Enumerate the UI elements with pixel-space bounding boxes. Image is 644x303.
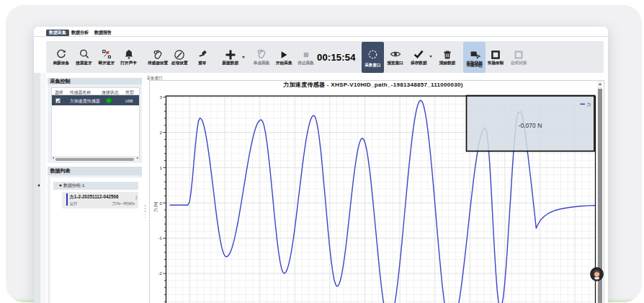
svg-text:力加速度传感器 - XHSP-V10HID_path_-19: 力加速度传感器 - XHSP-V10HID_path_-1981348857_1… xyxy=(282,81,463,88)
svg-text:2: 2 xyxy=(160,130,163,135)
svg-text:3: 3 xyxy=(160,95,163,100)
svg-text:-2: -2 xyxy=(158,271,162,276)
svg-text:-1: -1 xyxy=(158,235,162,240)
svg-text:力 [N]: 力 [N] xyxy=(153,201,158,212)
svg-text:0: 0 xyxy=(160,201,163,206)
svg-text:力: 力 xyxy=(587,102,591,107)
svg-text:-0.070 N: -0.070 N xyxy=(519,122,542,129)
svg-text:1: 1 xyxy=(160,165,163,170)
